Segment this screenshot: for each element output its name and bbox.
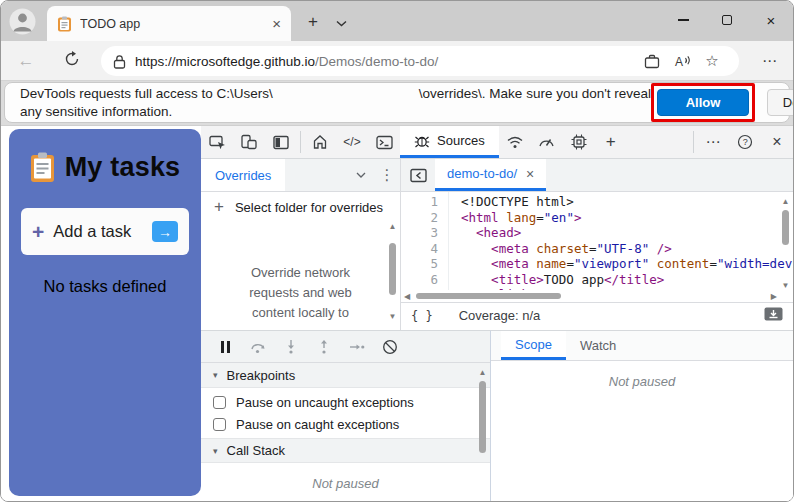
more-tools-plus-icon[interactable]: +	[595, 126, 627, 158]
browser-tab[interactable]: TODO app ×	[47, 6, 291, 41]
tab-performance-gauge-icon[interactable]	[531, 126, 563, 158]
toolbar-divider	[300, 131, 301, 153]
new-tab-button[interactable]: +	[301, 11, 325, 33]
add-task-field[interactable]: + Add a task →	[21, 208, 189, 255]
code-line: <meta charset="UTF-8" />	[461, 241, 793, 257]
deny-button[interactable]: Deny	[767, 89, 794, 116]
scrollbar-thumb[interactable]	[416, 293, 561, 299]
editor-horizontal-scrollbar[interactable]: ◀ ▶	[401, 290, 793, 302]
favorites-star-icon[interactable]: ☆	[697, 48, 727, 74]
devtools-help-icon[interactable]: ?	[729, 126, 761, 158]
scroll-down-icon[interactable]: ▼	[782, 280, 790, 292]
tab-list-chevron-icon[interactable]	[331, 14, 351, 30]
tab-network-wifi-icon[interactable]	[499, 126, 531, 158]
code-lines: <!DOCTYPE html><html lang="en"> <head> <…	[449, 192, 793, 290]
select-folder-plus-icon: +	[214, 197, 224, 217]
overrides-tab[interactable]: Overrides	[201, 159, 285, 191]
checkbox-caught-label: Pause on caught exceptions	[236, 417, 399, 432]
split-screen-icon[interactable]	[637, 48, 667, 74]
inspect-element-icon[interactable]	[201, 126, 233, 158]
scroll-down-icon[interactable]: ▼	[389, 311, 397, 323]
navigator-tab-buttons: ⋮	[348, 159, 400, 191]
svg-text:A: A	[675, 55, 683, 69]
checkbox-caught-exceptions[interactable]	[213, 418, 226, 431]
scroll-up-icon[interactable]: ▲	[389, 221, 397, 233]
tab-title: TODO app	[80, 17, 272, 31]
tab-console-icon[interactable]	[368, 126, 400, 158]
maximize-button[interactable]	[705, 1, 749, 39]
window-controls: ×	[661, 1, 793, 41]
sources-navigator-pane: Overrides ⋮ + Select folder for override…	[201, 159, 401, 330]
scrollbar-thumb[interactable]	[479, 381, 486, 453]
profile-avatar[interactable]	[9, 8, 36, 35]
pretty-print-icon[interactable]: { }	[411, 309, 433, 323]
tab-sources[interactable]: Sources	[400, 126, 499, 158]
todo-favicon-icon	[57, 16, 72, 32]
scroll-right-icon[interactable]: ▶	[771, 292, 777, 301]
navigator-chevron-down-icon[interactable]	[348, 162, 374, 188]
devtools-close-icon[interactable]: ×	[761, 126, 793, 158]
callstack-section-header[interactable]: ▾ Call Stack	[201, 438, 490, 463]
allow-button[interactable]: Allow	[657, 89, 749, 116]
device-emulation-icon[interactable]	[233, 126, 265, 158]
step-into-icon[interactable]	[279, 335, 303, 359]
back-button[interactable]: ←	[13, 49, 39, 73]
scroll-up-icon[interactable]: ▲	[782, 196, 790, 208]
pause-caught-exceptions-row[interactable]: Pause on caught exceptions	[201, 413, 490, 435]
add-task-label: Add a task	[53, 222, 152, 241]
scroll-left-icon[interactable]: ◀	[404, 292, 410, 301]
editor-status-bar: { } Coverage: n/a	[401, 302, 793, 328]
tab-welcome-home-icon[interactable]	[304, 126, 336, 158]
window-close-button[interactable]: ×	[749, 1, 793, 39]
overrides-description: Override network requests and web conten…	[235, 263, 367, 323]
file-tab-close-icon[interactable]: ×	[526, 167, 534, 181]
infobar-row: DevTools requests full access to C:\User…	[1, 81, 793, 125]
navigator-kebab-menu-icon[interactable]: ⋮	[374, 162, 400, 188]
refresh-button[interactable]	[59, 49, 85, 73]
tab-memory-chip-icon[interactable]	[563, 126, 595, 158]
address-bar[interactable]: https://microsoftedge.github.io/Demos/de…	[101, 46, 739, 76]
dock-side-icon[interactable]	[265, 126, 297, 158]
maximize-icon	[722, 15, 732, 25]
url-text[interactable]: https://microsoftedge.github.io/Demos/de…	[135, 54, 637, 69]
tab-elements-icon[interactable]: </>	[336, 126, 368, 158]
step-out-icon[interactable]	[312, 335, 336, 359]
coverage-status: Coverage: n/a	[459, 308, 541, 323]
read-aloud-icon[interactable]: A	[667, 48, 697, 74]
person-icon	[9, 8, 36, 35]
section-collapse-arrow-icon: ▾	[213, 446, 218, 456]
checkbox-uncaught-exceptions[interactable]	[213, 396, 226, 409]
pause-uncaught-exceptions-row[interactable]: Pause on uncaught exceptions	[201, 391, 490, 413]
infobar-message: DevTools requests full access to C:\User…	[20, 85, 651, 121]
select-folder-for-overrides[interactable]: + Select folder for overrides	[201, 192, 400, 222]
step-icon[interactable]	[345, 335, 369, 359]
editor-vertical-scrollbar[interactable]: ▲ ▼	[779, 196, 792, 292]
tab-close-icon[interactable]: ×	[272, 16, 281, 31]
deactivate-breakpoints-icon[interactable]	[378, 335, 402, 359]
line-numbers: 1234567	[401, 192, 449, 290]
breakpoints-section-header[interactable]: ▾ Breakpoints	[201, 363, 490, 388]
debugger-pane: ▾ Breakpoints Pause on uncaught exceptio…	[201, 330, 491, 502]
url-path: /Demos/demo-to-do/	[315, 54, 438, 69]
code-editor[interactable]: 1234567 <!DOCTYPE html><html lang="en"> …	[401, 192, 793, 290]
code-line: <title>TODO app</title>	[461, 272, 793, 288]
callstack-label: Call Stack	[227, 443, 286, 458]
devtools-toolbar-right: ⋯ ? ×	[690, 126, 793, 158]
toggle-navigator-icon[interactable]	[401, 159, 435, 191]
add-task-submit-button[interactable]: →	[152, 221, 178, 242]
infobar-message-line2: any sensitive information.	[20, 104, 172, 119]
step-over-icon[interactable]	[246, 335, 270, 359]
minimize-button[interactable]	[661, 1, 705, 39]
scrollbar-thumb[interactable]	[389, 243, 396, 295]
debugger-scrollbar[interactable]: ▲ ▼	[476, 367, 489, 502]
tab-watch[interactable]: Watch	[566, 331, 630, 360]
customize-devtools-icon[interactable]: ⋯	[697, 126, 729, 158]
navigator-scrollbar[interactable]: ▲ ▼	[386, 221, 399, 323]
file-tab-demo-to-do[interactable]: demo-to-do/ ×	[435, 159, 546, 191]
settings-more-icon[interactable]: ⋯	[755, 49, 785, 73]
scrollbar-thumb[interactable]	[782, 210, 789, 245]
scroll-up-icon[interactable]: ▲	[479, 367, 487, 379]
pause-script-icon[interactable]	[213, 335, 237, 359]
todo-app-panel: My tasks + Add a task → No tasks defined	[9, 129, 201, 496]
tab-scope[interactable]: Scope	[501, 331, 566, 360]
